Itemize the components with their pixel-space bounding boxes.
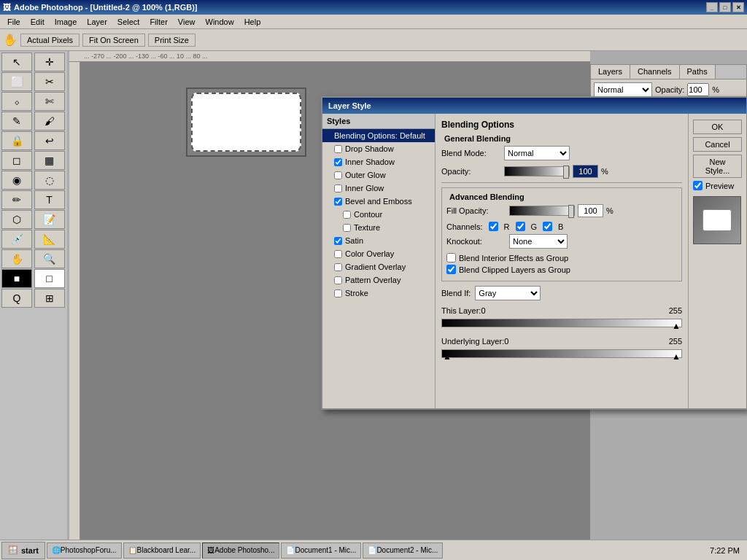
style-item-bevel-emboss[interactable]: Bevel and Emboss bbox=[322, 195, 435, 208]
close-button[interactable]: ✕ bbox=[732, 2, 744, 12]
opacity-value[interactable]: 100 bbox=[573, 165, 598, 178]
tool-shape[interactable]: ⬡ bbox=[1, 210, 32, 229]
drop-shadow-checkbox[interactable] bbox=[334, 145, 342, 153]
channel-r-checkbox[interactable] bbox=[489, 222, 498, 231]
style-item-inner-shadow[interactable]: Inner Shadow bbox=[322, 155, 435, 168]
style-item-blending-options[interactable]: Blending Options: Default bbox=[322, 129, 435, 142]
tool-eyedropper[interactable]: 💉 bbox=[1, 230, 32, 249]
menu-filter[interactable]: Filter bbox=[145, 16, 171, 28]
tool-crop[interactable]: ⬦ bbox=[1, 92, 32, 111]
tool-brush[interactable]: 🖌 bbox=[34, 112, 65, 131]
taskbar-item-4[interactable]: 📄 Document2 - Mic... bbox=[363, 542, 443, 559]
menu-layer[interactable]: Layer bbox=[82, 16, 112, 28]
cancel-button[interactable]: Cancel bbox=[693, 137, 742, 152]
tool-mode[interactable]: Q bbox=[1, 289, 32, 308]
inner-glow-checkbox[interactable] bbox=[334, 184, 342, 192]
menu-window[interactable]: Window bbox=[201, 16, 239, 28]
blend-mode-dropdown[interactable]: Normal Dissolve Multiply Screen Overlay bbox=[504, 146, 570, 160]
style-item-contour[interactable]: Contour bbox=[322, 208, 435, 221]
fill-opacity-handle[interactable] bbox=[568, 205, 574, 218]
opacity-slider-handle[interactable] bbox=[563, 166, 569, 179]
opacity-slider[interactable] bbox=[504, 166, 570, 176]
gradient-overlay-checkbox[interactable] bbox=[334, 263, 342, 271]
menu-help[interactable]: Help bbox=[240, 16, 266, 28]
tool-zoom[interactable]: 🔍 bbox=[34, 249, 65, 268]
inner-shadow-checkbox[interactable] bbox=[334, 158, 342, 166]
this-layer-arrow-right[interactable]: ▲ bbox=[672, 321, 681, 331]
tool-hand[interactable]: ✋ bbox=[1, 249, 32, 268]
taskbar-item-3[interactable]: 📄 Document1 - Mic... bbox=[281, 542, 361, 559]
style-item-outer-glow[interactable]: Outer Glow bbox=[322, 168, 435, 182]
fill-opacity-value[interactable]: 100 bbox=[578, 204, 603, 217]
tool-path[interactable]: ✏ bbox=[1, 190, 32, 209]
channel-b-checkbox[interactable] bbox=[543, 222, 552, 231]
style-item-gradient-overlay[interactable]: Gradient Overlay bbox=[322, 260, 435, 273]
tool-dodge[interactable]: ◌ bbox=[34, 171, 65, 190]
menu-view[interactable]: View bbox=[174, 16, 200, 28]
menu-select[interactable]: Select bbox=[113, 16, 144, 28]
tool-blur[interactable]: ◉ bbox=[1, 171, 32, 190]
color-overlay-checkbox[interactable] bbox=[334, 250, 342, 258]
knockout-dropdown[interactable]: None Shallow Deep bbox=[509, 234, 568, 249]
underlying-slider-container: ▲ ▲ bbox=[441, 347, 682, 362]
fit-on-screen-button[interactable]: Fit On Screen bbox=[82, 34, 145, 47]
style-item-color-overlay[interactable]: Color Overlay bbox=[322, 247, 435, 260]
underlying-arrow-right[interactable]: ▲ bbox=[672, 351, 681, 362]
outer-glow-checkbox[interactable] bbox=[334, 171, 342, 179]
tool-gradient[interactable]: ▦ bbox=[34, 151, 65, 170]
tab-layers[interactable]: Layers bbox=[591, 65, 630, 79]
canvas-content[interactable] bbox=[186, 88, 306, 157]
taskbar-item-0[interactable]: 🌐 PhotoshopForu... bbox=[47, 542, 122, 559]
tool-screen[interactable]: ⊞ bbox=[34, 289, 65, 308]
underlying-arrow-left[interactable]: ▲ bbox=[443, 351, 452, 362]
tool-foreground[interactable]: ■ bbox=[1, 269, 32, 288]
tool-measure[interactable]: 📐 bbox=[34, 230, 65, 249]
tool-lasso[interactable]: ⬜ bbox=[1, 72, 32, 91]
style-item-drop-shadow[interactable]: Drop Shadow bbox=[322, 142, 435, 155]
pattern-overlay-checkbox[interactable] bbox=[334, 276, 342, 284]
tab-channels[interactable]: Channels bbox=[630, 65, 679, 79]
blend-interior-checkbox[interactable] bbox=[446, 253, 456, 262]
start-button[interactable]: 🪟 start bbox=[1, 542, 45, 559]
menu-image[interactable]: Image bbox=[50, 16, 82, 28]
contour-checkbox[interactable] bbox=[343, 211, 351, 219]
preview-checkbox[interactable] bbox=[693, 181, 703, 190]
fill-opacity-slider[interactable] bbox=[509, 206, 575, 216]
menu-edit[interactable]: Edit bbox=[26, 16, 49, 28]
tool-stamp[interactable]: 🔒 bbox=[1, 131, 32, 150]
satin-checkbox[interactable] bbox=[334, 237, 342, 245]
tool-eraser[interactable]: ◻ bbox=[1, 151, 32, 170]
blend-mode-select[interactable]: Normal bbox=[594, 82, 652, 97]
texture-checkbox[interactable] bbox=[343, 224, 351, 232]
bevel-emboss-checkbox[interactable] bbox=[334, 198, 342, 206]
tool-notes[interactable]: 📝 bbox=[34, 210, 65, 229]
tool-slice[interactable]: ✄ bbox=[34, 92, 65, 111]
minimize-button[interactable]: _ bbox=[706, 2, 718, 12]
style-item-stroke[interactable]: Stroke bbox=[322, 287, 435, 300]
actual-pixels-button[interactable]: Actual Pixels bbox=[20, 34, 80, 47]
tab-paths[interactable]: Paths bbox=[680, 65, 716, 79]
style-item-pattern-overlay[interactable]: Pattern Overlay bbox=[322, 273, 435, 287]
menu-file[interactable]: File bbox=[3, 16, 25, 28]
tool-history[interactable]: ↩ bbox=[34, 131, 65, 150]
taskbar-item-1[interactable]: 📋 Blackboard Lear... bbox=[123, 542, 201, 559]
ok-button[interactable]: OK bbox=[693, 120, 742, 134]
tool-background[interactable]: □ bbox=[34, 269, 65, 288]
restore-button[interactable]: □ bbox=[719, 2, 731, 12]
opacity-input[interactable] bbox=[687, 83, 709, 96]
channel-g-checkbox[interactable] bbox=[516, 222, 525, 231]
new-style-button[interactable]: New Style... bbox=[693, 155, 742, 178]
style-item-satin[interactable]: Satin bbox=[322, 234, 435, 247]
tool-select[interactable]: ↖ bbox=[1, 52, 32, 71]
taskbar-item-2[interactable]: 🖼 Adobe Photosho... bbox=[202, 542, 279, 559]
tool-magic-wand[interactable]: ✂ bbox=[34, 72, 65, 91]
tool-text[interactable]: T bbox=[34, 190, 65, 209]
style-item-inner-glow[interactable]: Inner Glow bbox=[322, 182, 435, 195]
print-size-button[interactable]: Print Size bbox=[148, 34, 196, 47]
tool-move[interactable]: ✛ bbox=[34, 52, 65, 71]
tool-heal[interactable]: ✎ bbox=[1, 112, 32, 131]
blend-if-dropdown[interactable]: Gray Red Green Blue bbox=[475, 286, 541, 300]
stroke-checkbox[interactable] bbox=[334, 289, 342, 298]
blend-clipped-checkbox[interactable] bbox=[446, 265, 456, 274]
style-item-texture[interactable]: Texture bbox=[322, 221, 435, 234]
